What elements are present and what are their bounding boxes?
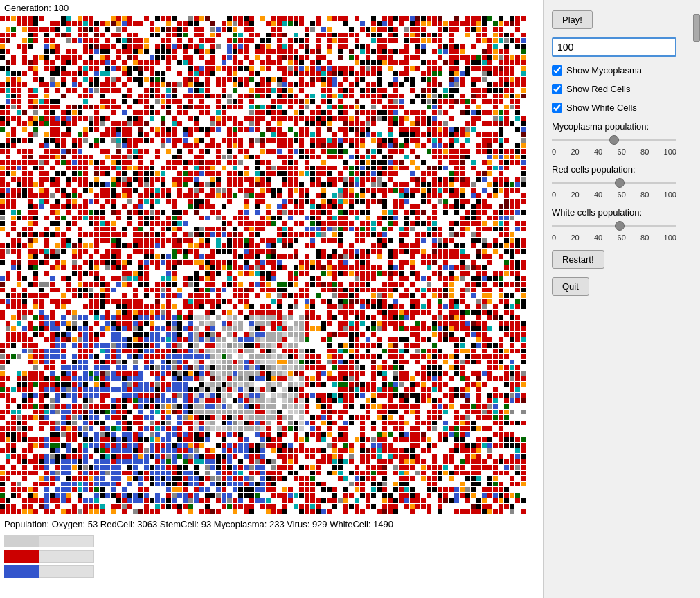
scroll-thumb[interactable] (693, 14, 700, 42)
left-panel: Generation: 180 Population: Oxygen: 53 R… (0, 0, 543, 598)
mycoplasma-checkbox[interactable] (552, 65, 562, 76)
red-cells-slider-section: Red cells population: 0 20 40 60 80 100 (552, 164, 683, 199)
legend-color-blue (4, 565, 39, 578)
simulation-canvas (0, 16, 526, 515)
mycoplasma-slider-labels: 0 20 40 60 80 100 (552, 148, 676, 156)
canvas-area (0, 16, 526, 515)
red-cells-slider-track (552, 177, 676, 188)
status-bar: Population: Oxygen: 53 RedCell: 3063 Ste… (0, 515, 543, 532)
play-button[interactable]: Play! (552, 10, 593, 29)
red-cells-checkbox[interactable] (552, 84, 562, 94)
generation-label: Generation: 180 (0, 0, 543, 16)
white-cells-slider-title: White cells population: (552, 207, 683, 218)
legend-row-2 (4, 550, 539, 563)
red-cells-label: Show Red Cells (566, 84, 631, 94)
legend-bar-blue (39, 565, 94, 578)
restart-button[interactable]: Restart! (552, 250, 604, 269)
main-container: Generation: 180 Population: Oxygen: 53 R… (0, 0, 700, 598)
mycoplasma-label: Show Mycoplasma (566, 65, 642, 76)
legend-color-gray (4, 535, 39, 547)
legend-color-red (4, 550, 39, 563)
legend-area (0, 532, 543, 581)
red-cells-checkbox-row: Show Red Cells (552, 84, 683, 94)
mycoplasma-slider-title: Mycoplasma population: (552, 121, 683, 132)
population-status: Population: Oxygen: 53 RedCell: 3063 Ste… (4, 519, 393, 529)
white-cells-slider[interactable] (552, 225, 676, 227)
mycoplasma-slider-track (552, 134, 676, 146)
mycoplasma-slider[interactable] (552, 139, 676, 141)
red-cells-slider-labels: 0 20 40 60 80 100 (552, 191, 676, 199)
quit-button[interactable]: Quit (552, 277, 589, 296)
legend-bar-red (39, 550, 94, 563)
legend-row-1 (4, 535, 539, 547)
mycoplasma-checkbox-row: Show Mycoplasma (552, 65, 683, 76)
mycoplasma-slider-section: Mycoplasma population: 0 20 40 60 80 100 (552, 121, 683, 156)
right-panel: Play! Show Mycoplasma Show Red Cells Sho… (543, 0, 692, 598)
legend-bar-gray (39, 535, 94, 547)
legend-row-3 (4, 565, 539, 578)
scrollbar[interactable] (692, 0, 700, 598)
white-cells-checkbox[interactable] (552, 103, 562, 113)
white-cells-label: Show White Cells (566, 103, 637, 113)
white-cells-slider-labels: 0 20 40 60 80 100 (552, 234, 676, 242)
white-cells-slider-section: White cells population: 0 20 40 60 80 10… (552, 207, 683, 242)
white-cells-slider-track (552, 220, 676, 231)
red-cells-slider-title: Red cells population: (552, 164, 683, 175)
speed-input[interactable] (552, 37, 676, 57)
white-cells-checkbox-row: Show White Cells (552, 103, 683, 113)
red-cells-slider[interactable] (552, 182, 676, 184)
